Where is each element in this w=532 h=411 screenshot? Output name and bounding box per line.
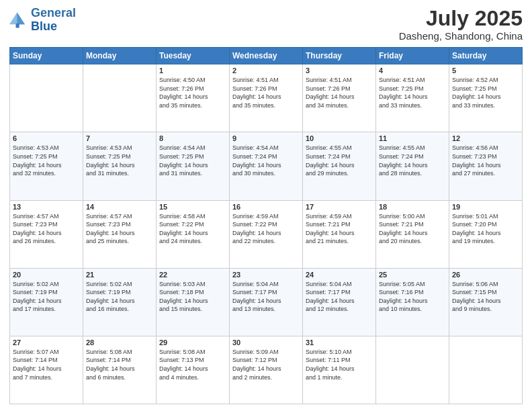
day-number: 11 bbox=[379, 134, 446, 142]
day-number: 14 bbox=[86, 203, 153, 211]
header-day-sunday: Sunday bbox=[10, 48, 83, 64]
header-day-thursday: Thursday bbox=[303, 48, 376, 64]
calendar-cell bbox=[10, 64, 83, 132]
week-row-3: 13Sunrise: 4:57 AM Sunset: 7:23 PM Dayli… bbox=[10, 200, 523, 268]
header-day-friday: Friday bbox=[376, 48, 449, 64]
day-info: Sunrise: 4:59 AM Sunset: 7:21 PM Dayligh… bbox=[306, 212, 373, 246]
day-number: 17 bbox=[306, 203, 373, 211]
calendar-cell: 2Sunrise: 4:51 AM Sunset: 7:26 PM Daylig… bbox=[230, 64, 303, 132]
calendar-table: SundayMondayTuesdayWednesdayThursdayFrid… bbox=[9, 47, 523, 404]
day-number: 31 bbox=[306, 338, 373, 347]
day-info: Sunrise: 5:05 AM Sunset: 7:16 PM Dayligh… bbox=[379, 280, 446, 314]
day-info: Sunrise: 4:51 AM Sunset: 7:26 PM Dayligh… bbox=[232, 76, 300, 109]
day-number: 10 bbox=[306, 134, 373, 142]
calendar-cell: 28Sunrise: 5:08 AM Sunset: 7:14 PM Dayli… bbox=[83, 336, 157, 404]
calendar-cell: 19Sunrise: 5:01 AM Sunset: 7:20 PM Dayli… bbox=[449, 200, 523, 268]
logo-text: General Blue bbox=[31, 7, 76, 34]
logo: General Blue bbox=[9, 7, 76, 34]
day-number: 30 bbox=[232, 338, 300, 347]
calendar-cell: 4Sunrise: 4:51 AM Sunset: 7:25 PM Daylig… bbox=[376, 64, 449, 132]
day-info: Sunrise: 4:54 AM Sunset: 7:24 PM Dayligh… bbox=[232, 144, 300, 177]
day-number: 19 bbox=[452, 203, 519, 211]
day-number: 29 bbox=[159, 338, 226, 347]
calendar-cell: 27Sunrise: 5:07 AM Sunset: 7:14 PM Dayli… bbox=[10, 336, 83, 404]
calendar-cell: 17Sunrise: 4:59 AM Sunset: 7:21 PM Dayli… bbox=[303, 200, 376, 268]
week-row-4: 20Sunrise: 5:02 AM Sunset: 7:19 PM Dayli… bbox=[10, 268, 523, 336]
day-number: 6 bbox=[13, 134, 80, 142]
day-info: Sunrise: 4:57 AM Sunset: 7:23 PM Dayligh… bbox=[86, 212, 153, 246]
day-number: 18 bbox=[379, 203, 446, 211]
day-info: Sunrise: 5:09 AM Sunset: 7:12 PM Dayligh… bbox=[232, 348, 300, 381]
day-number: 23 bbox=[232, 271, 300, 279]
day-number: 20 bbox=[13, 271, 80, 279]
day-info: Sunrise: 5:06 AM Sunset: 7:15 PM Dayligh… bbox=[452, 280, 519, 314]
day-number: 3 bbox=[306, 66, 373, 75]
week-row-2: 6Sunrise: 4:53 AM Sunset: 7:25 PM Daylig… bbox=[10, 132, 523, 200]
calendar-cell: 25Sunrise: 5:05 AM Sunset: 7:16 PM Dayli… bbox=[376, 268, 449, 336]
calendar-cell: 10Sunrise: 4:55 AM Sunset: 7:24 PM Dayli… bbox=[303, 132, 376, 200]
day-info: Sunrise: 4:55 AM Sunset: 7:24 PM Dayligh… bbox=[306, 144, 373, 177]
day-info: Sunrise: 4:55 AM Sunset: 7:24 PM Dayligh… bbox=[379, 144, 446, 177]
day-number: 7 bbox=[86, 134, 153, 142]
day-number: 9 bbox=[232, 134, 300, 142]
calendar-cell: 12Sunrise: 4:56 AM Sunset: 7:23 PM Dayli… bbox=[449, 132, 523, 200]
calendar-cell bbox=[449, 336, 523, 404]
calendar-cell: 18Sunrise: 5:00 AM Sunset: 7:21 PM Dayli… bbox=[376, 200, 449, 268]
day-number: 25 bbox=[379, 271, 446, 279]
day-number: 26 bbox=[452, 271, 519, 279]
header-day-tuesday: Tuesday bbox=[157, 48, 230, 64]
day-number: 22 bbox=[159, 271, 226, 279]
calendar-cell: 14Sunrise: 4:57 AM Sunset: 7:23 PM Dayli… bbox=[83, 200, 157, 268]
calendar-cell: 3Sunrise: 4:51 AM Sunset: 7:26 PM Daylig… bbox=[303, 64, 376, 132]
day-number: 15 bbox=[159, 203, 226, 211]
day-info: Sunrise: 5:08 AM Sunset: 7:13 PM Dayligh… bbox=[159, 348, 226, 381]
day-number: 1 bbox=[159, 66, 226, 75]
svg-rect-3 bbox=[16, 24, 19, 28]
day-number: 2 bbox=[232, 66, 300, 75]
day-number: 16 bbox=[232, 203, 300, 211]
page: General Blue July 2025 Dasheng, Shandong… bbox=[0, 0, 532, 411]
calendar-cell: 20Sunrise: 5:02 AM Sunset: 7:19 PM Dayli… bbox=[10, 268, 83, 336]
calendar-cell: 9Sunrise: 4:54 AM Sunset: 7:24 PM Daylig… bbox=[230, 132, 303, 200]
calendar-cell: 29Sunrise: 5:08 AM Sunset: 7:13 PM Dayli… bbox=[157, 336, 230, 404]
day-info: Sunrise: 4:56 AM Sunset: 7:23 PM Dayligh… bbox=[452, 144, 519, 177]
day-info: Sunrise: 5:00 AM Sunset: 7:21 PM Dayligh… bbox=[379, 212, 446, 246]
day-info: Sunrise: 4:51 AM Sunset: 7:25 PM Dayligh… bbox=[379, 76, 446, 109]
day-info: Sunrise: 5:04 AM Sunset: 7:17 PM Dayligh… bbox=[232, 280, 300, 314]
day-info: Sunrise: 4:51 AM Sunset: 7:26 PM Dayligh… bbox=[306, 76, 373, 109]
day-info: Sunrise: 5:02 AM Sunset: 7:19 PM Dayligh… bbox=[86, 280, 153, 314]
subtitle: Dasheng, Shandong, China bbox=[399, 30, 523, 42]
day-number: 5 bbox=[452, 66, 519, 75]
calendar-cell: 23Sunrise: 5:04 AM Sunset: 7:17 PM Dayli… bbox=[230, 268, 303, 336]
day-info: Sunrise: 4:57 AM Sunset: 7:23 PM Dayligh… bbox=[13, 212, 80, 246]
calendar-cell: 6Sunrise: 4:53 AM Sunset: 7:25 PM Daylig… bbox=[10, 132, 83, 200]
day-info: Sunrise: 4:53 AM Sunset: 7:25 PM Dayligh… bbox=[86, 144, 153, 177]
day-info: Sunrise: 5:08 AM Sunset: 7:14 PM Dayligh… bbox=[86, 348, 153, 381]
week-row-1: 1Sunrise: 4:50 AM Sunset: 7:26 PM Daylig… bbox=[10, 64, 523, 132]
day-info: Sunrise: 4:58 AM Sunset: 7:22 PM Dayligh… bbox=[159, 212, 226, 246]
logo-line1: General bbox=[31, 6, 76, 19]
day-number: 27 bbox=[13, 338, 80, 347]
header-day-monday: Monday bbox=[83, 48, 157, 64]
day-info: Sunrise: 4:52 AM Sunset: 7:25 PM Dayligh… bbox=[452, 76, 519, 109]
calendar-cell: 8Sunrise: 4:54 AM Sunset: 7:25 PM Daylig… bbox=[157, 132, 230, 200]
calendar-cell: 31Sunrise: 5:10 AM Sunset: 7:11 PM Dayli… bbox=[303, 336, 376, 404]
day-info: Sunrise: 5:03 AM Sunset: 7:18 PM Dayligh… bbox=[159, 280, 226, 314]
calendar-cell: 24Sunrise: 5:04 AM Sunset: 7:17 PM Dayli… bbox=[303, 268, 376, 336]
day-info: Sunrise: 5:07 AM Sunset: 7:14 PM Dayligh… bbox=[13, 348, 80, 381]
calendar-cell: 30Sunrise: 5:09 AM Sunset: 7:12 PM Dayli… bbox=[230, 336, 303, 404]
day-number: 8 bbox=[159, 134, 226, 142]
logo-icon bbox=[9, 11, 28, 30]
day-info: Sunrise: 5:04 AM Sunset: 7:17 PM Dayligh… bbox=[306, 280, 373, 314]
title-block: July 2025 Dasheng, Shandong, China bbox=[399, 7, 523, 42]
calendar-cell: 5Sunrise: 4:52 AM Sunset: 7:25 PM Daylig… bbox=[449, 64, 523, 132]
calendar-cell: 7Sunrise: 4:53 AM Sunset: 7:25 PM Daylig… bbox=[83, 132, 157, 200]
calendar-cell: 26Sunrise: 5:06 AM Sunset: 7:15 PM Dayli… bbox=[449, 268, 523, 336]
calendar-cell: 11Sunrise: 4:55 AM Sunset: 7:24 PM Dayli… bbox=[376, 132, 449, 200]
header-day-wednesday: Wednesday bbox=[230, 48, 303, 64]
day-info: Sunrise: 5:01 AM Sunset: 7:20 PM Dayligh… bbox=[452, 212, 519, 246]
logo-line2: Blue bbox=[31, 19, 57, 33]
day-number: 21 bbox=[86, 271, 153, 279]
calendar-cell: 21Sunrise: 5:02 AM Sunset: 7:19 PM Dayli… bbox=[83, 268, 157, 336]
day-number: 4 bbox=[379, 66, 446, 75]
